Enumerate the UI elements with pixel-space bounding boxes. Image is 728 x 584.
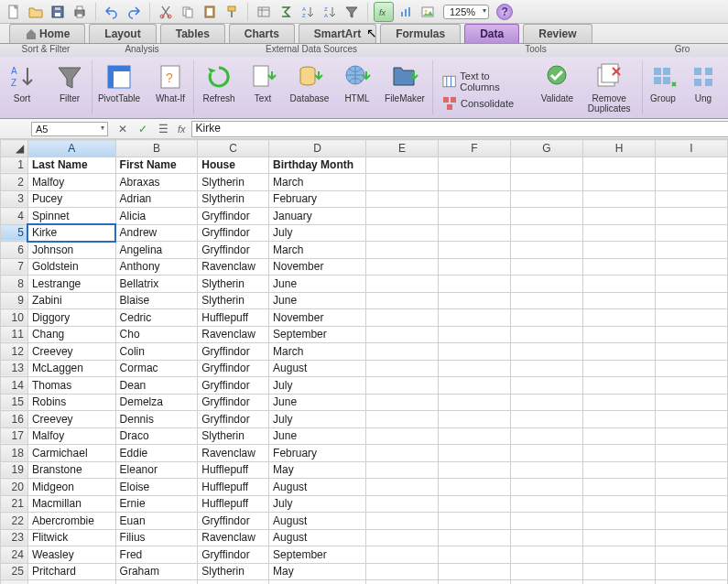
cell[interactable] — [438, 360, 510, 377]
cell[interactable] — [438, 427, 510, 445]
col-header-C[interactable]: C — [198, 140, 269, 157]
cell[interactable] — [365, 529, 438, 546]
cell[interactable] — [510, 360, 582, 377]
cell[interactable]: Zabini — [27, 292, 115, 309]
cell[interactable]: Chang — [27, 326, 115, 343]
cell[interactable]: Creevey — [27, 411, 115, 428]
cell[interactable] — [438, 411, 510, 428]
cell[interactable] — [438, 276, 510, 293]
cell[interactable] — [438, 377, 510, 395]
cell[interactable] — [510, 461, 582, 479]
cell[interactable]: July — [269, 377, 366, 395]
toolbox-icon[interactable]: fx — [374, 2, 394, 22]
cell[interactable]: Cormac — [115, 360, 198, 377]
accept-formula-icon[interactable]: ✓ — [136, 122, 150, 136]
cell[interactable] — [438, 174, 510, 191]
cell[interactable] — [438, 242, 510, 259]
cell[interactable]: Kirke — [27, 224, 115, 242]
cell[interactable] — [510, 445, 582, 462]
cell[interactable]: Andrew — [115, 224, 198, 242]
save-icon[interactable] — [48, 2, 68, 22]
name-box[interactable]: A5 — [31, 122, 108, 136]
cell[interactable] — [438, 258, 510, 276]
undo-icon[interactable] — [102, 2, 122, 22]
sort-button[interactable]: AZSort — [0, 59, 44, 103]
cell[interactable] — [510, 157, 582, 174]
cell[interactable] — [510, 580, 582, 585]
cell[interactable]: Abraxas — [115, 174, 198, 191]
cell[interactable] — [510, 309, 582, 327]
tab-charts[interactable]: Charts — [229, 24, 295, 43]
cell[interactable] — [365, 190, 438, 208]
cell[interactable]: Slytherin — [198, 563, 269, 580]
cell[interactable]: Gryffindor — [198, 343, 269, 361]
text-to-columns-button[interactable]: Text to Columns — [440, 70, 531, 93]
row-header[interactable]: 23 — [1, 529, 28, 546]
consolidate-button[interactable]: Consolidate — [440, 95, 531, 112]
row-header[interactable]: 24 — [1, 546, 28, 564]
cell[interactable]: First Name — [115, 157, 198, 174]
cell[interactable]: Demelza — [115, 394, 198, 411]
cell[interactable] — [655, 445, 727, 462]
cancel-formula-icon[interactable]: ✕ — [115, 122, 130, 136]
ungroup-button[interactable]: Ung — [686, 59, 721, 103]
cell[interactable] — [438, 309, 510, 327]
cell[interactable] — [438, 326, 510, 343]
cell[interactable] — [438, 190, 510, 208]
row-header[interactable]: 13 — [1, 360, 28, 377]
cell[interactable] — [438, 546, 510, 564]
cell[interactable]: Gryffindor — [198, 513, 269, 530]
group-button[interactable]: Group — [644, 59, 682, 103]
cell[interactable]: Gryffindor — [198, 377, 269, 395]
cell[interactable] — [655, 326, 727, 343]
cell[interactable]: Anthony — [115, 258, 198, 276]
cell[interactable] — [510, 529, 582, 546]
cell[interactable] — [365, 580, 438, 585]
cell[interactable]: Eleanor — [115, 461, 198, 479]
cut-icon[interactable] — [156, 2, 176, 22]
cell[interactable]: Hufflepuff — [198, 309, 269, 327]
list-icon[interactable]: ☰ — [156, 122, 170, 136]
media-icon[interactable] — [418, 2, 438, 22]
cell[interactable] — [510, 377, 582, 395]
cell[interactable] — [655, 292, 727, 309]
spreadsheet[interactable]: ◢ABCDEFGHI1Last NameFirst NameHouseBirth… — [0, 139, 728, 584]
cell[interactable] — [655, 394, 727, 411]
cell[interactable]: Slytherin — [198, 427, 269, 445]
tab-layout[interactable]: Layout — [89, 24, 156, 43]
redo-icon[interactable] — [124, 2, 144, 22]
cell[interactable] — [365, 445, 438, 462]
cell[interactable]: Branstone — [27, 461, 115, 479]
cell[interactable] — [655, 258, 727, 276]
cell[interactable]: August — [269, 513, 366, 530]
cell[interactable] — [510, 242, 582, 259]
row-header[interactable]: 10 — [1, 309, 28, 327]
cell[interactable]: Ravenclaw — [198, 445, 269, 462]
row-header[interactable]: 1 — [1, 157, 28, 174]
cell[interactable]: June — [269, 276, 366, 293]
cell[interactable] — [582, 427, 655, 445]
cell[interactable]: Spinnet — [27, 208, 115, 225]
cell[interactable] — [365, 479, 438, 496]
cell[interactable] — [582, 461, 655, 479]
cell[interactable] — [438, 513, 510, 530]
cell[interactable]: McLaggen — [27, 360, 115, 377]
show-hide-icon[interactable] — [254, 2, 274, 22]
col-header-G[interactable]: G — [510, 140, 582, 157]
open-icon[interactable] — [26, 2, 46, 22]
cell[interactable]: Carmichael — [27, 445, 115, 462]
cell[interactable]: Diggory — [27, 309, 115, 327]
cell[interactable] — [510, 563, 582, 580]
col-header-D[interactable]: D — [269, 140, 366, 157]
cell[interactable]: Eddie — [115, 445, 198, 462]
cell[interactable]: September — [269, 546, 366, 564]
cell[interactable]: House — [198, 157, 269, 174]
row-header[interactable]: 11 — [1, 326, 28, 343]
cell[interactable] — [438, 461, 510, 479]
row-header[interactable]: 3 — [1, 190, 28, 208]
tab-tables[interactable]: Tables — [160, 24, 225, 43]
cell[interactable] — [365, 258, 438, 276]
text-import-button[interactable]: Text — [244, 59, 281, 103]
cell[interactable] — [438, 157, 510, 174]
cell[interactable]: Slytherin — [198, 174, 269, 191]
